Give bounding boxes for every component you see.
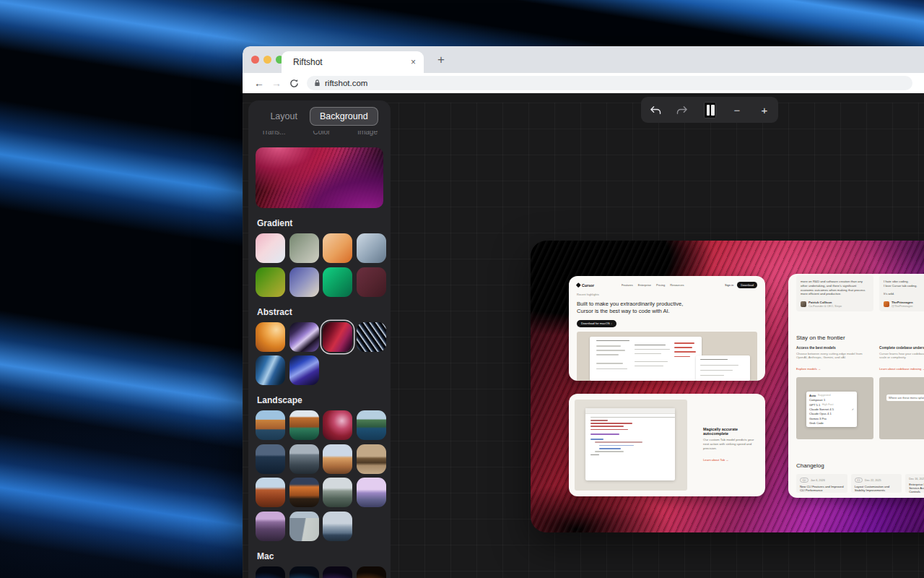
landscape-thumb-desert-dusk[interactable] bbox=[323, 444, 352, 474]
chat-demo: Where are these menu splat colors define… bbox=[879, 377, 924, 439]
browser-tab[interactable]: Riftshot × bbox=[282, 51, 424, 73]
changelog-entry: Dec 16, 2025 Enterprise Insights, BYOK S… bbox=[905, 474, 924, 493]
feature-codebase: Complete codebase understanding Cursor l… bbox=[879, 346, 924, 373]
explore-models-link: Explore models → bbox=[796, 367, 821, 371]
changelog-entry: 2.1 Dec 22, 2025 Layout Customization an… bbox=[851, 474, 902, 493]
abstract-thumb-purple-fluid[interactable] bbox=[289, 322, 319, 352]
zoom-out-button[interactable]: − bbox=[728, 101, 746, 118]
abstract-thumb-orange-wave[interactable] bbox=[256, 322, 285, 352]
landscape-thumb-sepia-island[interactable] bbox=[357, 444, 386, 474]
site-nav: Features Enterprise Pricing Resources bbox=[622, 283, 684, 287]
landscape-thumb-half-dome[interactable] bbox=[289, 512, 319, 541]
landscape-thumb-dark-lake[interactable] bbox=[256, 444, 285, 474]
sign-in-label: Sign in bbox=[725, 283, 733, 287]
abstract-thumb-blue-waves[interactable] bbox=[256, 355, 285, 385]
close-tab-icon[interactable]: × bbox=[411, 57, 416, 67]
landscape-thumb-autumn-lake[interactable] bbox=[256, 410, 285, 440]
cursor-brand: Cursor bbox=[577, 283, 594, 288]
tab-title: Riftshot bbox=[293, 57, 411, 67]
landscape-thumb-orange-peaks[interactable] bbox=[289, 478, 319, 507]
landscape-thumb-canyon-river[interactable] bbox=[289, 410, 319, 440]
back-button[interactable]: ← bbox=[250, 77, 268, 89]
mini-window-overlay bbox=[696, 355, 750, 381]
gradient-swatch-pink-sky[interactable] bbox=[256, 233, 285, 263]
browser-toolbar: ← → riftshot.com bbox=[243, 73, 924, 93]
gradient-swatch-maroon[interactable] bbox=[357, 267, 386, 297]
landscape-thumb-red-canyon[interactable] bbox=[323, 410, 352, 440]
changelog-entry: CLI Jan 6, 2026 New CLI Features and Imp… bbox=[796, 474, 847, 493]
feature-models: Access the best models Choose between ev… bbox=[796, 346, 873, 373]
abstract-thumb-red-wave-selected[interactable] bbox=[323, 322, 352, 352]
tab-layout[interactable]: Layout bbox=[261, 108, 307, 125]
landscape-thumb-river-valley[interactable] bbox=[357, 410, 386, 440]
url-bar[interactable]: riftshot.com bbox=[307, 76, 912, 90]
landscape-thumb-purple-river[interactable] bbox=[256, 512, 285, 541]
code-editor-pane bbox=[575, 400, 687, 491]
gradient-swatch-sage[interactable] bbox=[289, 233, 319, 263]
screenshot-card-autocomplete: Magically accurate autocomplete Our cust… bbox=[569, 394, 765, 496]
mac-thumbnails bbox=[256, 566, 383, 578]
section-title-landscape: Landscape bbox=[257, 395, 383, 405]
testimonial-primeagen: I hate vibe coding. I love Cursor tab co… bbox=[879, 275, 924, 311]
editor-toolbar: − + bbox=[641, 97, 778, 123]
download-pill: Download bbox=[737, 282, 757, 288]
model-dropdown: AutoSuggested Composer 1 GPT 5.1High Fas… bbox=[806, 392, 857, 427]
check-icon: ✓ bbox=[852, 407, 854, 411]
zoom-in-button[interactable]: + bbox=[756, 101, 773, 118]
chat-input-demo: Where are these menu splat colors define… bbox=[886, 394, 924, 401]
landscape-thumb-foggy-valley[interactable] bbox=[323, 478, 352, 507]
landscape-thumb-rocky-shore[interactable] bbox=[289, 444, 319, 474]
redo-button[interactable] bbox=[674, 101, 691, 118]
testimonials: more on R&D and software creation than a… bbox=[796, 275, 924, 311]
forward-button[interactable]: → bbox=[268, 77, 285, 89]
gradient-swatches bbox=[256, 233, 383, 297]
nav-pricing: Pricing bbox=[656, 283, 665, 287]
background-subtabs: Trans... Color Image bbox=[256, 131, 383, 137]
site-header: Cursor Features Enterprise Pricing Resou… bbox=[577, 282, 757, 288]
mac-thumb-orange[interactable] bbox=[357, 566, 386, 578]
nav-features: Features bbox=[622, 283, 633, 287]
traffic-light-close-button[interactable] bbox=[251, 56, 259, 64]
abstract-thumb-mono-swirl[interactable] bbox=[357, 322, 386, 352]
subtab-color[interactable]: Color bbox=[313, 131, 330, 135]
landscape-thumb-red-desert-hill[interactable] bbox=[256, 478, 285, 507]
section-title-mac: Mac bbox=[257, 551, 383, 561]
gradient-swatch-green-olive[interactable] bbox=[256, 267, 285, 297]
reload-button[interactable] bbox=[285, 79, 302, 88]
model-picker-demo: AutoSuggested Composer 1 GPT 5.1High Fas… bbox=[796, 377, 873, 439]
canvas-preview-thumbnail[interactable] bbox=[701, 101, 718, 118]
avatar bbox=[801, 301, 806, 307]
autocomplete-body: Our custom Tab model predicts your next … bbox=[703, 438, 755, 451]
screenshot-frame[interactable]: Cursor Features Enterprise Pricing Resou… bbox=[531, 241, 924, 532]
changelog-entries: CLI Jan 6, 2026 New CLI Features and Imp… bbox=[796, 474, 924, 493]
gradient-swatch-peach-orange[interactable] bbox=[323, 233, 352, 263]
gradient-swatch-emerald[interactable] bbox=[323, 267, 352, 297]
landscape-thumbnails bbox=[256, 410, 383, 541]
subtab-image[interactable]: Image bbox=[357, 131, 378, 135]
mac-thumb-blue[interactable] bbox=[256, 566, 285, 578]
changelog-title: Changelog bbox=[796, 462, 924, 469]
frontier-features: Access the best models Choose between ev… bbox=[796, 346, 924, 373]
subtab-transparent[interactable]: Trans... bbox=[261, 131, 286, 135]
mini-canvas-icon bbox=[704, 102, 716, 118]
tab-background[interactable]: Background bbox=[310, 107, 378, 126]
abstract-thumb-blue-purple-fluid[interactable] bbox=[289, 355, 319, 385]
gradient-swatch-steel-blue[interactable] bbox=[357, 233, 386, 263]
codebase-indexing-link: Learn about codebase indexing → bbox=[879, 367, 924, 371]
background-panel: Layout Background Trans... Color Image G… bbox=[248, 100, 391, 578]
mac-thumb-purple[interactable] bbox=[323, 566, 352, 578]
learn-about-tab-link: Learn about Tab → bbox=[703, 458, 729, 462]
traffic-light-minimize-button[interactable] bbox=[263, 56, 271, 64]
section-title-abstract: Abstract bbox=[257, 307, 383, 317]
undo-button[interactable] bbox=[646, 101, 663, 118]
landscape-thumb-purple-mountain[interactable] bbox=[357, 478, 386, 507]
section-title-gradient: Gradient bbox=[257, 218, 383, 228]
screenshot-card-hero: Cursor Features Enterprise Pricing Resou… bbox=[569, 276, 765, 381]
frontier-title: Stay on the frontier bbox=[796, 335, 924, 341]
abstract-thumbnails bbox=[256, 322, 383, 386]
landscape-thumb-misty-ridge[interactable] bbox=[323, 512, 352, 541]
new-tab-button[interactable]: + bbox=[432, 51, 450, 69]
mac-thumb-cyan[interactable] bbox=[289, 566, 319, 578]
gradient-swatch-indigo-sand[interactable] bbox=[289, 267, 319, 297]
hero-screenshot bbox=[577, 332, 757, 381]
